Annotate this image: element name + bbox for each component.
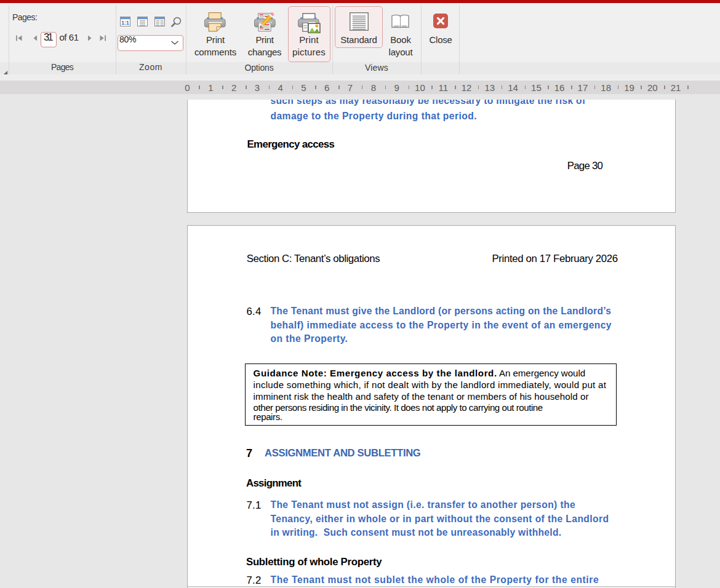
svg-text:1:1: 1:1 xyxy=(121,20,129,26)
